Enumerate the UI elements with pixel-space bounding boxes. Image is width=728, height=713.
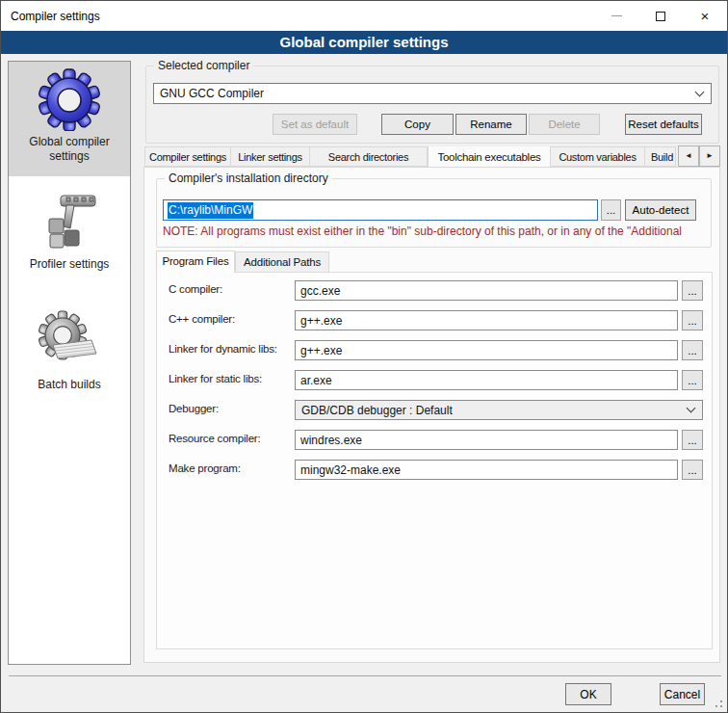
tab-linker-settings[interactable]: Linker settings (231, 146, 310, 167)
cpp-compiler-input[interactable] (295, 310, 678, 330)
field-label: C++ compiler: (169, 313, 235, 325)
program-files-page: C compiler: ... C++ compiler: ... Linker… (156, 272, 713, 649)
resource-compiler-input[interactable] (295, 430, 678, 450)
browse-button[interactable]: ... (682, 430, 703, 450)
close-icon: × (701, 9, 710, 23)
tab-compiler-settings[interactable]: Compiler settings (144, 146, 231, 167)
close-button[interactable]: × (683, 1, 727, 31)
field-row-make-program: Make program: ... (157, 460, 712, 481)
sidebar-item-label: Profiler settings (9, 253, 130, 272)
footer-divider (9, 675, 721, 676)
settings-tab-strip: Compiler settings Linker settings Search… (144, 146, 676, 167)
c-compiler-input[interactable] (295, 280, 678, 301)
field-row-debugger: Debugger: GDB/CDB debugger : Default (157, 400, 712, 421)
field-label: C compiler: (169, 283, 222, 295)
sidebar-item-batch-builds[interactable]: Batch builds (9, 304, 130, 418)
page-title: Global compiler settings (1, 31, 727, 54)
field-row-resource-compiler: Resource compiler: ... (157, 430, 712, 451)
set-as-default-button[interactable]: Set as default (273, 114, 357, 135)
dynamic-linker-input[interactable] (295, 340, 678, 360)
field-label: Resource compiler: (169, 433, 260, 444)
field-label: Linker for static libs: (169, 373, 262, 384)
compiler-settings-dialog: Compiler settings × Global compiler sett… (0, 0, 728, 713)
tab-scroll-left-button[interactable]: ◄ (678, 145, 699, 167)
maximize-icon (656, 12, 665, 21)
copy-button[interactable]: Copy (381, 114, 454, 135)
maximize-button[interactable] (638, 1, 683, 31)
browse-button[interactable]: ... (682, 310, 703, 330)
debugger-select[interactable]: GDB/CDB debugger : Default (295, 400, 703, 420)
browse-button[interactable]: ... (682, 280, 703, 301)
blue-gear-icon (9, 62, 130, 131)
field-label: Make program: (169, 462, 241, 474)
reset-defaults-button[interactable]: Reset defaults (625, 114, 702, 135)
installation-directory-input[interactable]: C:\raylib\MinGW (163, 199, 598, 221)
subtab-additional-paths[interactable]: Additional Paths (235, 251, 329, 273)
settings-category-list: Global compiler settings (8, 61, 131, 665)
sidebar-item-profiler-settings[interactable]: Profiler settings (9, 184, 130, 298)
title-bar[interactable]: Compiler settings × (1, 1, 727, 31)
tab-search-directories[interactable]: Search directories (310, 146, 428, 167)
make-program-input[interactable] (295, 460, 678, 480)
tab-build-options-clipped[interactable]: Build (645, 146, 676, 167)
sidebar-item-global-compiler-settings[interactable]: Global compiler settings (9, 62, 130, 176)
tab-custom-variables[interactable]: Custom variables (551, 146, 645, 167)
batch-builds-icon (9, 304, 130, 374)
field-row-dynamic-linker: Linker for dynamic libs: ... (157, 340, 712, 361)
tab-toolchain-executables[interactable]: Toolchain executables (428, 146, 551, 167)
profiler-caliper-icon (9, 184, 130, 253)
cancel-button[interactable]: Cancel (660, 683, 705, 705)
debugger-select-value: GDB/CDB debugger : Default (301, 404, 688, 417)
field-row-c-compiler: C compiler: ... (157, 280, 712, 302)
field-label: Debugger: (169, 403, 219, 414)
chevron-down-icon (695, 87, 705, 96)
field-label: Linker for dynamic libs: (169, 343, 277, 355)
window-controls: × (594, 1, 727, 31)
minimize-icon (611, 15, 622, 16)
ok-button[interactable]: OK (565, 683, 611, 705)
group-label: Selected compiler (154, 59, 253, 72)
sidebar-item-label: Global compiler settings (9, 131, 130, 164)
minimize-button[interactable] (594, 1, 638, 31)
resize-grip[interactable] (714, 699, 723, 708)
delete-button[interactable]: Delete (529, 114, 600, 135)
group-label: Compiler's installation directory (165, 172, 332, 185)
compiler-select[interactable]: GNU GCC Compiler (153, 83, 712, 104)
browse-button[interactable]: ... (682, 370, 703, 390)
compiler-select-value: GNU GCC Compiler (160, 87, 696, 100)
tab-scroll-right-button[interactable]: ► (699, 145, 720, 167)
field-row-static-linker: Linker for static libs: ... (157, 370, 712, 391)
selected-path-text: C:\raylib\MinGW (168, 202, 253, 219)
browse-directory-button[interactable]: ... (601, 199, 621, 221)
sidebar-item-label: Batch builds (9, 374, 130, 392)
rename-button[interactable]: Rename (455, 114, 527, 135)
auto-detect-button[interactable]: Auto-detect (625, 199, 696, 221)
browse-button[interactable]: ... (682, 460, 703, 480)
window-title: Compiler settings (1, 10, 100, 23)
note-text: NOTE: All programs must exist either in … (163, 224, 690, 238)
static-linker-input[interactable] (295, 370, 678, 390)
subtab-program-files[interactable]: Program Files (156, 251, 235, 273)
browse-button[interactable]: ... (682, 340, 703, 360)
field-row-cpp-compiler: C++ compiler: ... (157, 310, 712, 331)
chevron-down-icon (687, 404, 696, 413)
toolchain-executables-page: Compiler's installation directory C:\ray… (143, 167, 720, 663)
